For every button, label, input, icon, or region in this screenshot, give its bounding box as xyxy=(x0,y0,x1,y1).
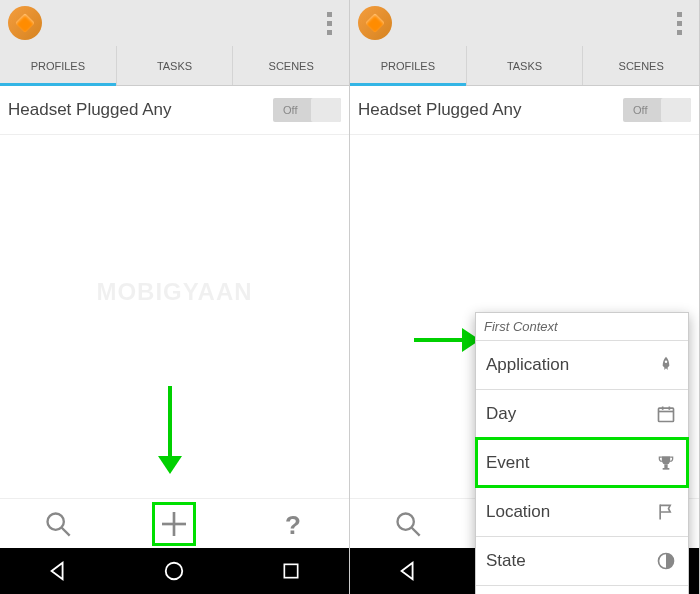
watermark: MOBIGYAAN xyxy=(96,278,252,306)
context-menu: First Context Application Day Event Loca… xyxy=(475,312,689,594)
context-item-application[interactable]: Application xyxy=(476,340,688,389)
app-header xyxy=(0,0,349,46)
profile-name: Headset Plugged Any xyxy=(8,100,273,120)
tab-tasks[interactable]: TASKS xyxy=(467,46,584,85)
bottom-toolbar: ? xyxy=(0,498,349,548)
tasker-logo xyxy=(358,6,392,40)
search-icon[interactable] xyxy=(392,508,424,540)
context-item-state[interactable]: State xyxy=(476,536,688,585)
calendar-icon xyxy=(654,402,678,426)
tab-bar: PROFILES TASKS SCENES xyxy=(350,46,699,86)
annotation-arrow-right xyxy=(414,328,480,352)
profile-name: Headset Plugged Any xyxy=(358,100,623,120)
context-menu-title: First Context xyxy=(476,313,688,340)
svg-rect-6 xyxy=(284,564,297,577)
svg-rect-8 xyxy=(659,408,674,421)
svg-point-0 xyxy=(48,513,64,529)
context-item-label: Location xyxy=(486,502,654,522)
tab-bar: PROFILES TASKS SCENES xyxy=(0,46,349,86)
context-item-label: Event xyxy=(486,453,654,473)
svg-point-7 xyxy=(665,360,668,363)
annotation-arrow-down xyxy=(158,386,182,474)
context-item-day[interactable]: Day xyxy=(476,389,688,438)
nav-back-icon[interactable] xyxy=(38,551,78,591)
android-nav-bar xyxy=(0,548,349,594)
profile-row[interactable]: Headset Plugged Any Off xyxy=(350,86,699,135)
svg-line-1 xyxy=(62,527,70,535)
nav-home-icon[interactable] xyxy=(154,551,194,591)
context-item-location[interactable]: Location xyxy=(476,487,688,536)
tab-scenes[interactable]: SCENES xyxy=(233,46,349,85)
nav-back-icon[interactable] xyxy=(388,551,428,591)
overflow-menu-icon[interactable] xyxy=(667,12,691,35)
tab-scenes[interactable]: SCENES xyxy=(583,46,699,85)
app-header xyxy=(350,0,699,46)
context-item-label: State xyxy=(486,551,654,571)
tab-profiles[interactable]: PROFILES xyxy=(350,46,467,85)
toggle-label: Off xyxy=(283,104,297,116)
overflow-menu-icon[interactable] xyxy=(317,12,341,35)
context-item-event[interactable]: Event xyxy=(476,438,688,487)
screen-right: PROFILES TASKS SCENES Headset Plugged An… xyxy=(350,0,700,594)
toggle-label: Off xyxy=(633,104,647,116)
svg-point-5 xyxy=(166,563,183,580)
context-item-time[interactable]: Time xyxy=(476,585,688,594)
tab-profiles[interactable]: PROFILES xyxy=(0,46,117,85)
help-icon[interactable]: ? xyxy=(275,508,307,540)
profile-toggle[interactable]: Off xyxy=(273,98,341,122)
svg-line-18 xyxy=(412,527,420,535)
context-item-label: Day xyxy=(486,404,654,424)
profile-toggle[interactable]: Off xyxy=(623,98,691,122)
screen-left: PROFILES TASKS SCENES Headset Plugged An… xyxy=(0,0,350,594)
rocket-icon xyxy=(654,353,678,377)
tasker-logo xyxy=(8,6,42,40)
profiles-content: Headset Plugged Any Off MOBIGYAAN xyxy=(0,86,349,498)
search-icon[interactable] xyxy=(42,508,74,540)
svg-text:?: ? xyxy=(285,510,301,539)
nav-recent-icon[interactable] xyxy=(271,551,311,591)
svg-rect-13 xyxy=(663,468,670,470)
trophy-icon xyxy=(654,451,678,475)
tab-tasks[interactable]: TASKS xyxy=(117,46,234,85)
add-button[interactable] xyxy=(158,508,190,540)
profiles-content: Headset Plugged Any Off First Context Ap… xyxy=(350,86,699,498)
flag-icon xyxy=(654,500,678,524)
svg-rect-12 xyxy=(664,465,667,468)
context-item-label: Application xyxy=(486,355,654,375)
profile-row[interactable]: Headset Plugged Any Off xyxy=(0,86,349,135)
contrast-icon xyxy=(654,549,678,573)
svg-point-17 xyxy=(398,513,414,529)
